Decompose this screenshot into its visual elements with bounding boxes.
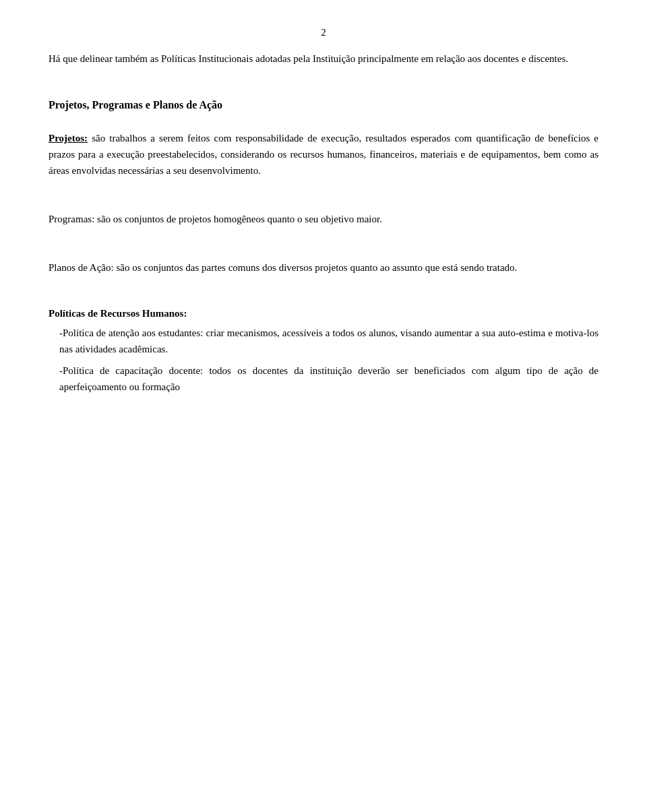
planos-definition: são os conjuntos das partes comuns dos d…	[114, 262, 518, 273]
projetos-block: Projetos: são trabalhos a serem feitos c…	[49, 130, 598, 179]
politica-item-2: -Política de capacitação docente: todos …	[49, 363, 598, 395]
politicas-section: Políticas de Recursos Humanos: -Política…	[49, 308, 598, 395]
intro-paragraph: Há que delinear também as Políticas Inst…	[49, 51, 598, 67]
projetos-term: Projetos:	[49, 133, 88, 144]
section-title: Projetos, Programas e Planos de Ação	[49, 99, 598, 111]
programas-term: Programas:	[49, 214, 94, 224]
planos-term: Planos de Ação:	[49, 262, 114, 273]
politicas-title: Políticas de Recursos Humanos:	[49, 308, 598, 319]
page: 2 Há que delinear também as Políticas In…	[0, 0, 647, 812]
projetos-definition: são trabalhos a serem feitos com respons…	[49, 133, 598, 176]
politica-item-1: -Política de atenção aos estudantes: cri…	[49, 325, 598, 357]
planos-block: Planos de Ação: são os conjuntos das par…	[49, 259, 598, 276]
programas-definition: são os conjuntos de projetos homogêneos …	[94, 214, 382, 224]
page-number: 2	[49, 27, 598, 38]
programas-block: Programas: são os conjuntos de projetos …	[49, 211, 598, 227]
